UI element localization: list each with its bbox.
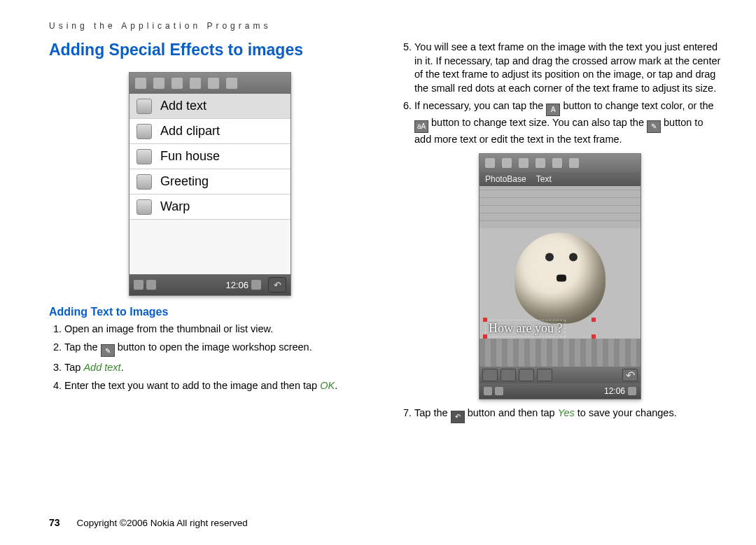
topbar-icon (502, 158, 512, 168)
right-column: You will see a text frame on the image w… (399, 41, 721, 427)
menu-text: Text (536, 174, 552, 184)
topbar-icon (519, 158, 528, 168)
step-6: If necessary, you can tap the A button t… (414, 99, 721, 146)
tool-button-icon (537, 369, 552, 381)
page-footer: 73 Copyright ©2006 Nokia All right reser… (49, 517, 248, 528)
subsection-title: Adding Text to Images (49, 306, 371, 318)
resize-handle (592, 334, 596, 339)
menu-item-label: Add text (160, 99, 206, 113)
page-number: 73 (49, 517, 60, 528)
topbar-icon (226, 78, 237, 89)
tool-button-icon (500, 369, 516, 381)
photobase-mockup: PhotoBase Text How are you ? ↶ (479, 153, 641, 399)
menu-item-label: Add clipart (160, 124, 220, 139)
text-size-button-icon: aA (414, 120, 428, 133)
menu-item-add-text: Add text (130, 94, 290, 119)
topbar-icon (536, 158, 545, 168)
photobase-image-area: How are you ? (479, 186, 640, 367)
step-text: . (335, 380, 337, 391)
resize-handle (483, 334, 487, 339)
step-1: Open an image from the thumbnail or list… (64, 323, 371, 337)
phone-statusbar: 12:06 ↶ (130, 274, 290, 295)
topbar-icon (190, 78, 201, 89)
step-text: button and then tap (468, 407, 558, 418)
status-icon (484, 387, 492, 395)
signal-icon (628, 387, 636, 395)
step-text: button to change text color, or the (563, 100, 713, 111)
step-text: to save your changes. (575, 407, 677, 418)
step-text: button to change text size. You can also… (431, 117, 647, 128)
workshop-button-icon: ✎ (101, 344, 115, 357)
step-5: You will see a text frame on the image w… (414, 41, 721, 95)
palette-icon (136, 99, 152, 114)
keyword: OK (320, 380, 335, 391)
back-button-icon: ↶ (451, 411, 465, 423)
running-header: Using the Application Programs (49, 21, 721, 31)
funhouse-icon (136, 149, 152, 164)
back-button-icon: ↶ (268, 277, 286, 292)
resize-handle (592, 318, 596, 322)
topbar-icon (135, 78, 146, 89)
step-text: Tap the (64, 341, 101, 353)
menu-item-add-clipart: Add clipart (130, 119, 290, 144)
step-text: . (121, 362, 124, 373)
phone-topbar (130, 73, 290, 94)
phone-menu-list: Add text Add clipart Fun house Greeting … (130, 94, 290, 274)
image-background-wall (479, 186, 640, 228)
step-text: Tap (64, 362, 83, 373)
back-button-icon: ↶ (622, 369, 638, 381)
tool-button-icon (519, 369, 534, 381)
keyword: Yes (558, 407, 575, 418)
step-text: Tap the (414, 407, 451, 418)
signal-icon (251, 280, 261, 290)
edit-text-button-icon: ✎ (647, 120, 661, 133)
tool-button-icon (482, 369, 498, 381)
resize-handle (483, 318, 487, 322)
step-text: If necessary, you can tap the (414, 100, 546, 111)
menu-item-warp: Warp (130, 194, 290, 220)
steps-list-left: Open an image from the thumbnail or list… (49, 323, 371, 392)
photobase-topbar (479, 154, 640, 172)
keyword: Add text (83, 362, 120, 373)
step-4: Enter the text you want to add to the im… (64, 379, 371, 393)
step-7: Tap the ↶ button and then tap Yes to sav… (414, 406, 721, 423)
photobase-menubar: PhotoBase Text (479, 172, 640, 186)
topbar-icon (153, 78, 164, 89)
status-clock: 12:06 (604, 386, 625, 396)
menu-item-label: Greeting (160, 174, 209, 189)
steps-list-right: You will see a text frame on the image w… (399, 41, 721, 146)
menu-item-greeting: Greeting (130, 169, 290, 194)
image-dog (514, 233, 606, 324)
menu-item-label: Warp (160, 199, 190, 214)
copyright-text: Copyright ©2006 Nokia All right reserved (77, 518, 248, 528)
phone-mockup-effects-menu: Add text Add clipart Fun house Greeting … (129, 72, 291, 296)
menu-item-label: Fun house (160, 149, 220, 164)
menu-item-fun-house: Fun house (130, 144, 290, 169)
steps-list-right-continued: Tap the ↶ button and then tap Yes to sav… (399, 406, 721, 423)
topbar-icon (569, 158, 579, 168)
warp-icon (136, 199, 152, 215)
status-clock: 12:06 (225, 280, 248, 290)
text-color-button-icon: A (546, 104, 560, 116)
step-2: Tap the ✎ button to open the image works… (64, 341, 371, 358)
step-3: Tap Add text. (64, 361, 371, 375)
menu-photobase: PhotoBase (485, 174, 526, 184)
section-title: Adding Special Effects to images (49, 41, 371, 59)
topbar-icon (552, 158, 562, 168)
topbar-icon (485, 158, 495, 168)
step-text: button to open the image workshop screen… (118, 341, 312, 353)
status-icon (146, 280, 156, 290)
face-icon (136, 124, 152, 139)
photobase-statusbar: 12:06 (479, 383, 640, 399)
status-icon (495, 387, 503, 395)
topbar-icon (172, 78, 183, 89)
greeting-icon (136, 174, 152, 190)
left-column: Adding Special Effects to images Add tex… (49, 41, 371, 427)
image-background-ground (479, 339, 640, 367)
status-icon (134, 280, 144, 290)
topbar-icon (208, 78, 219, 89)
photobase-toolbar: ↶ (479, 367, 640, 383)
image-text-overlay: How are you ? (485, 320, 566, 337)
step-text: Enter the text you want to add to the im… (64, 380, 320, 391)
